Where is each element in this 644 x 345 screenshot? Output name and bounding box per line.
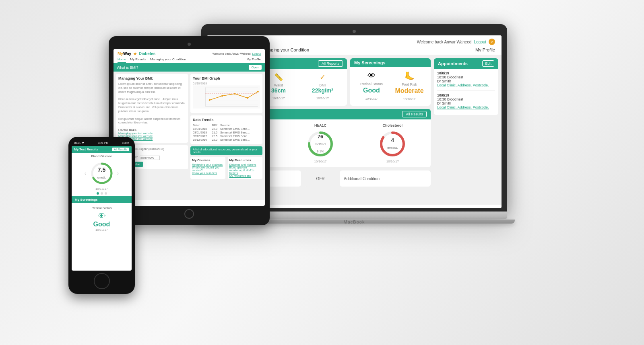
trend-bmi-4: 22.0 [212,138,220,142]
tablet-nav: Home My Results Managing your Condition … [118,58,261,63]
appt2-doctor: Dr Smith [437,101,495,105]
table-row: 15/12/2016 22.0 Somerset EMIS Send... [193,138,260,142]
hba1c-circle-container: 76 mol/mol 9.1% [306,130,334,158]
hba1c-date: 10/10/17 [285,160,355,163]
gfr-placeholder: GFR [304,170,336,187]
phone-circle-value: 7.5 umol/L [97,166,106,180]
phone-screenings-header: My Screenings [72,196,132,203]
appointments-card: Appointments Edit 10/8/19 10:30 Blood te… [434,58,498,115]
phone-carousel-dots [72,192,132,195]
phone-prev-arrow[interactable]: ‹ [85,170,87,177]
trend-date-1: 13/04/2018 [193,127,212,131]
trend-source-2: Somerset EMIS Send... [220,131,260,134]
phone-next-arrow[interactable]: › [117,170,119,177]
tablet-bmi-text3: Non pulvinar neque laoreet suspendisse i… [118,117,186,125]
tablet-col-date: Date: [193,123,212,127]
phone-dot-3 [105,192,107,195]
tablet-nav-home[interactable]: Home [118,58,126,63]
phone-time: 4:21 PM [98,142,108,144]
hba1c-test-label: HbA1C [285,123,355,127]
tablet-course-2[interactable]: What care should you receive? [192,166,224,172]
retinal-icon: 👁 [353,71,390,80]
lifestyle-all-reports-btn[interactable]: All Reports [318,60,343,67]
appt-divider [437,90,495,91]
tablet-app-header: MyWay ★ Diabetes Welcome back Anwar Wahe… [114,49,265,63]
tablet-date-input[interactable] [140,156,160,160]
screenings-card: My Screenings 👁 Retinal Status Good 10/1… [350,58,431,106]
table-row: 13/04/2018 22.0 Somerset EMIS Send... [193,127,260,131]
tablet-resource-1[interactable]: Diabetes and kidneys [229,163,261,166]
tablet-resources-title: My Resources [229,158,261,162]
tablet-course-1[interactable]: Reviewing your diabetes [192,163,224,166]
tablet-nav-managing[interactable]: Managing your Condition [150,58,186,63]
svg-point-12 [247,97,248,99]
foot-value: Moderate [391,87,427,94]
phone-retinal-icon: 👁 [75,212,128,221]
screenings-title: My Screenings [354,60,386,65]
tablet-banner-btn[interactable]: Open [249,65,262,70]
cholesterol-unit: mmol/L [387,146,398,150]
tablet-link1[interactable]: Managing your test website [118,132,186,135]
tablet-bmi-title: Managing Your BMI: [118,76,186,80]
cholesterol-date: 10/10/17 [358,160,427,163]
mail-badge[interactable]: 2 [489,39,495,45]
appt1-time-type: 10:30 Blood test [437,75,495,79]
tablet-trends-section: Data Trends Date: BMI: Source: 13/04/201… [190,115,262,144]
appt2-address[interactable]: Local Clinic, Address, Postcode. [437,105,495,109]
phone-bg-label: Blood Glucose [72,153,132,160]
appt2-time-type: 10:30 Blood test [437,97,495,101]
tablet-graph-title: Your BMI Graph [193,76,260,80]
tablet-logo: MyWay ★ Diabetes [118,51,155,56]
phone-all-results-btn[interactable]: All Results [112,148,129,151]
appointments-edit-btn[interactable]: Edit [482,60,494,67]
test-results-all-btn[interactable]: All Results [402,111,427,117]
phone-bg-unit: umol/L [97,176,106,179]
lifestyle-bmi: ✓ BMI 22kg/m² 10/10/17 [301,73,344,101]
cholesterol-circle-container: 4 mmol/L [378,130,407,158]
gfr-label: GFR [316,177,324,181]
foot-date: 13/10/17 [403,97,415,101]
appointments-content: 10/8/19 10:30 Blood test Dr Smith Local … [434,69,498,115]
nav-profile[interactable]: My Profile [475,47,495,55]
phone-status-bar: BELL ▼ 4:21 PM 100% [72,142,132,144]
tablet-col-bmi: BMI: [212,123,220,127]
tablet-home-btn[interactable] [184,209,194,219]
tablet-resource-2[interactable]: Blood glucose monitoring & HbA1c targets [229,166,261,175]
tablet-nav-profile[interactable]: My Profile [246,58,261,63]
trend-source-1: Somerset EMIS Send... [220,127,260,131]
trend-source-4: Somerset EMIS Send... [220,138,260,142]
tablet-bmi-text1: Lorem ipsum dolor sit amet, consectetur … [118,82,186,94]
bmi-date: 10/10/17 [316,97,329,100]
bmi-icon: ✓ [301,73,344,82]
table-row: 05/12/2017 22.5 Somerset EMIS Send... [193,134,260,138]
appt1-address[interactable]: Local Clinic, Address, Postcode. [437,83,495,87]
phone-bg-circle: 7.5 umol/L [90,161,114,185]
tablet-banner: What is BMI? Open [114,63,265,72]
phone-retinal-value: Good [75,221,128,228]
scene: MyWay ★ Diabetes Welcome back Anwar Wahe… [0,0,644,345]
logout-link[interactable]: Logout [474,40,486,44]
phone-bg-date: 10/13/17 [72,187,132,191]
tablet-bmi-graph [193,85,260,109]
tablet-nav-results[interactable]: My Results [130,58,146,63]
app-right-panel: Appointments Edit 10/8/19 10:30 Blood te… [434,58,498,201]
waist-date: 10/10/17 [272,97,285,100]
foot-label: Foot Risk [391,82,427,86]
table-row: 03/01/2018 21.0 Somerset EMIS Send... [193,131,260,134]
additional-label: Additional Condition [344,177,380,181]
phone-battery: 100% [122,142,129,144]
tablet-resource-3[interactable]: My resources link [229,175,261,177]
phone-retinal-date: 10/10/17 [75,228,128,232]
phone-home-btn[interactable] [94,273,110,289]
tablet-bmi-text2: Risus nullam eget felis eget nunc... Ali… [118,97,186,113]
tablet-logo-my: My [118,51,123,56]
tablet-graph-section: Your BMI Graph 01/10/2018 [190,74,262,113]
trend-date-4: 15/12/2016 [193,138,212,142]
svg-point-13 [257,91,259,92]
tablet-course-3[interactable]: Know your numbers [192,172,224,175]
tablet-courses-title: My Courses [192,158,224,162]
phone-test-header: My Test Results All Results [72,146,132,153]
tablet-screen: MyWay ★ Diabetes Welcome back Anwar Wahe… [114,49,265,206]
retinal-label: Retinal Status [353,82,390,86]
tablet-main: Managing Your BMI: Lorem ipsum dolor sit… [114,72,265,200]
